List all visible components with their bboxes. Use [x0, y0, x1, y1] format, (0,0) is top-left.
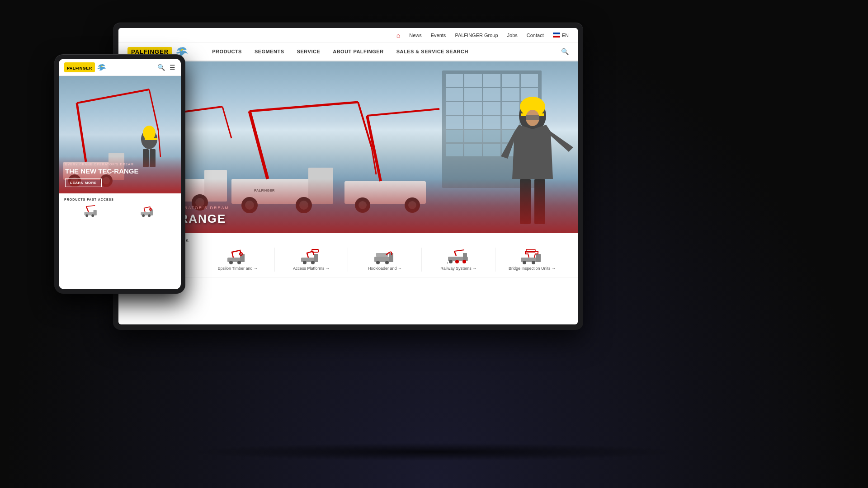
- tablet-menu-icon[interactable]: ☰: [170, 64, 175, 71]
- svg-point-44: [229, 261, 233, 264]
- product-epsilon-timber[interactable]: Epsilon Timber and →: [201, 248, 275, 272]
- tablet-epsilon-icon: [140, 205, 156, 216]
- tablet-loader-cranes-icon: [84, 205, 100, 216]
- svg-line-25: [367, 109, 439, 116]
- desktop-main-nav: PALFINGER PRODUCTS SEGMENTS SERVICE ABOU…: [118, 42, 578, 61]
- svg-rect-82: [145, 138, 157, 140]
- svg-point-68: [532, 261, 535, 264]
- product-bridge-inspection[interactable]: Bridge Inspection Units →: [495, 248, 569, 272]
- nav-link-contact[interactable]: Contact: [527, 33, 544, 38]
- tablet-frame: PALFINGER 🔍 ☰: [54, 54, 185, 294]
- nav-products[interactable]: PRODUCTS: [206, 42, 248, 61]
- nav-link-news[interactable]: News: [409, 33, 422, 38]
- svg-rect-34: [526, 115, 539, 120]
- svg-point-87: [85, 214, 88, 217]
- tablet-product-items: [64, 205, 175, 216]
- nav-link-jobs[interactable]: Jobs: [507, 33, 518, 38]
- home-icon[interactable]: ⌂: [396, 32, 400, 39]
- nav-service[interactable]: SERVICE: [291, 42, 327, 61]
- svg-point-55: [385, 261, 389, 264]
- tablet-logo: PALFINGER: [64, 62, 106, 72]
- svg-point-59: [449, 260, 453, 263]
- svg-point-45: [237, 261, 241, 264]
- svg-rect-53: [389, 253, 393, 262]
- tablet-nav-icons: 🔍 ☰: [157, 64, 175, 71]
- product-hookloader[interactable]: Hookloader and →: [348, 248, 422, 272]
- nav-link-group[interactable]: PALFINGER Group: [455, 33, 498, 38]
- products-bar-title: PRODUCTS FAST ACCESS: [127, 239, 569, 243]
- products-fast-access: PRODUCTS FAST ACCESS: [118, 233, 578, 277]
- svg-point-93: [142, 214, 145, 217]
- svg-rect-66: [536, 254, 541, 262]
- desktop-hero: PALFINGER PALFINGER: [118, 61, 578, 233]
- railway-systems-icon: [447, 248, 470, 263]
- svg-rect-86: [93, 210, 96, 216]
- tablet-learn-more-button[interactable]: LEARN MORE: [65, 178, 102, 187]
- tablet-nav: PALFINGER 🔍 ☰: [59, 59, 181, 76]
- svg-line-89: [86, 206, 88, 212]
- svg-line-8: [222, 107, 231, 138]
- nav-segments[interactable]: SEGMENTS: [248, 42, 291, 61]
- hookloader-icon: [373, 248, 396, 263]
- svg-point-94: [148, 214, 151, 217]
- tablet-hero-subtitle: EVERY CRANE OPERATOR'S DREAM: [65, 163, 175, 166]
- main-nav-items: PRODUCTS SEGMENTS SERVICE ABOUT PALFINGE…: [206, 42, 561, 61]
- tablet-hero: EVERY CRANE OPERATOR'S DREAM THE NEW TEC…: [59, 76, 181, 193]
- svg-point-88: [91, 214, 94, 217]
- svg-line-63: [454, 251, 456, 256]
- svg-point-61: [462, 260, 466, 263]
- tablet-products-bar: PRODUCTS FAST ACCESS: [59, 193, 181, 221]
- svg-point-81: [143, 126, 156, 140]
- product-access-platforms[interactable]: Access Platforms →: [275, 248, 349, 272]
- svg-line-79: [158, 130, 160, 157]
- nav-sales[interactable]: SALES & SERVICE SEARCH: [390, 42, 475, 61]
- svg-line-78: [149, 89, 158, 130]
- svg-point-67: [523, 261, 526, 264]
- product-items-list: Loader Cranes → Epsilon: [127, 248, 569, 272]
- nav-link-events[interactable]: Events: [431, 33, 446, 38]
- desktop-screen: ⌂ News Events PALFINGER Group Jobs Conta…: [118, 28, 578, 324]
- railway-systems-label: Railway Systems →: [440, 266, 476, 272]
- device-shadow: [185, 443, 683, 461]
- svg-line-64: [454, 250, 464, 251]
- access-platforms-icon: [300, 248, 323, 263]
- svg-line-24: [367, 116, 381, 181]
- product-railway-systems[interactable]: Railway Systems →: [422, 248, 495, 272]
- flag-icon: [553, 33, 560, 38]
- svg-rect-48: [314, 254, 318, 262]
- svg-point-49: [303, 261, 307, 264]
- language-selector[interactable]: EN: [553, 33, 569, 38]
- svg-line-76: [77, 103, 86, 162]
- lang-label: EN: [562, 33, 569, 38]
- tablet-product-1[interactable]: [64, 205, 119, 216]
- bridge-inspection-label: Bridge Inspection Units →: [509, 266, 556, 272]
- hero-subtitle: EVERY CRANE OPERATOR'S DREAM: [132, 206, 564, 210]
- search-icon[interactable]: 🔍: [561, 48, 569, 55]
- tablet-search-icon[interactable]: 🔍: [157, 64, 165, 71]
- tablet-hero-overlay: EVERY CRANE OPERATOR'S DREAM THE NEW TEC…: [59, 156, 181, 193]
- epsilon-timber-label: Epsilon Timber and →: [217, 266, 258, 272]
- tablet-product-2[interactable]: [121, 205, 175, 216]
- svg-line-15: [250, 111, 268, 179]
- svg-point-50: [311, 261, 315, 264]
- epsilon-timber-icon: [226, 248, 249, 263]
- svg-point-54: [376, 261, 380, 264]
- svg-line-77: [77, 89, 149, 103]
- tablet-products-title: PRODUCTS FAST ACCESS: [64, 198, 175, 201]
- desktop-top-nav: ⌂ News Events PALFINGER Group Jobs Conta…: [118, 28, 578, 42]
- svg-line-16: [250, 102, 358, 111]
- bridge-inspection-icon: [521, 248, 543, 263]
- hero-text-overlay: EVERY CRANE OPERATOR'S DREAM W TEC-RANGE: [118, 179, 578, 233]
- access-platforms-label: Access Platforms →: [293, 266, 330, 272]
- nav-about[interactable]: ABOUT PALFINGER: [326, 42, 390, 61]
- tablet-screen: PALFINGER 🔍 ☰: [59, 59, 181, 289]
- tablet-hero-title: THE NEW TEC-RANGE: [65, 167, 175, 175]
- tablet-logo-text: PALFINGER: [67, 66, 92, 70]
- tablet-bird-icon: [97, 64, 106, 71]
- svg-line-90: [86, 206, 94, 206]
- tablet-logo-box[interactable]: PALFINGER: [64, 62, 95, 72]
- hero-title: W TEC-RANGE: [132, 212, 564, 226]
- hookloader-label: Hookloader and →: [368, 266, 402, 272]
- svg-point-60: [455, 260, 459, 263]
